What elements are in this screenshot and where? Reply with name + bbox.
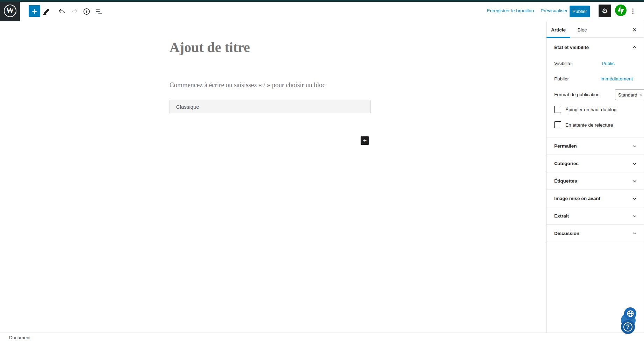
undo-icon	[58, 7, 66, 16]
jetpack-icon	[615, 5, 627, 16]
tab-article[interactable]: Article	[547, 22, 570, 38]
chevron-down-icon	[631, 195, 638, 202]
close-sidebar-button[interactable]: ✕	[629, 24, 640, 35]
chevron-down-icon	[631, 178, 638, 184]
tab-bloc[interactable]: Bloc	[570, 22, 594, 38]
chevron-down-icon	[631, 213, 638, 219]
post-title-placeholder[interactable]: Ajout de titre	[169, 39, 250, 56]
editor-canvas: Ajout de titre Commencez à écrire ou sai…	[0, 22, 546, 333]
panel-title: Permalien	[554, 143, 577, 149]
settings-gear-button[interactable]: ⚙	[599, 5, 611, 17]
pending-checkbox-row: En attente de relecture	[554, 121, 637, 128]
wordpress-logo-button[interactable]: W	[0, 0, 20, 21]
visibility-value-link[interactable]: Public	[602, 61, 615, 66]
wordpress-logo-icon: W	[4, 5, 16, 17]
classic-block[interactable]: Classique	[169, 100, 371, 113]
panel-status-visibility[interactable]: État et visibilité	[547, 38, 644, 57]
publish-date-row: Publier Immédiatement	[554, 76, 637, 81]
sidebar-tabs: Article Bloc ✕	[547, 22, 644, 38]
list-view-icon	[95, 7, 103, 16]
panel-title: Image mise en avant	[554, 196, 600, 201]
panel-discussion[interactable]: Discussion	[547, 225, 644, 242]
chevron-down-icon	[631, 143, 638, 149]
chevron-down-icon	[631, 230, 638, 236]
add-block-button[interactable]: +	[361, 136, 369, 145]
sticky-checkbox-row: Épingler en haut du blog	[554, 106, 637, 113]
visibility-row: Visibilité Public	[554, 61, 637, 66]
panel-title: Catégories	[554, 161, 579, 166]
panel-title: Extrait	[554, 213, 569, 219]
tools-pencil-button[interactable]	[41, 6, 52, 17]
preview-button[interactable]: Prévisualiser	[541, 0, 567, 21]
wordpress-editor: W +	[0, 0, 644, 342]
post-format-row: Format de publication Standard	[554, 92, 637, 97]
visibility-label: Visibilité	[554, 61, 589, 66]
pending-checkbox-label: En attente de relecture	[565, 122, 613, 128]
globe-icon	[626, 309, 635, 318]
panel-featured-image[interactable]: Image mise en avant	[547, 190, 644, 207]
classic-block-label: Classique	[176, 104, 199, 110]
publish-date-link[interactable]: Immédiatement	[600, 76, 633, 81]
options-kebab-button[interactable]: ⋮	[629, 5, 637, 17]
chevron-down-icon	[631, 161, 638, 167]
panel-title: Étiquettes	[554, 178, 577, 184]
panel-title: Discussion	[554, 231, 579, 236]
info-icon	[82, 7, 91, 16]
redo-button[interactable]	[68, 6, 80, 17]
panel-permalien[interactable]: Permalien	[547, 137, 644, 155]
chevron-up-icon	[631, 44, 638, 50]
publish-button[interactable]: Publier	[570, 6, 590, 17]
sticky-checkbox-label: Épingler en haut du blog	[565, 107, 616, 112]
globe-fab-button[interactable]	[624, 307, 636, 320]
panel-title: État et visibilité	[554, 45, 589, 50]
post-format-select[interactable]: Standard	[615, 90, 644, 100]
breadcrumb: Document	[9, 335, 31, 340]
sticky-checkbox[interactable]	[554, 106, 561, 113]
post-format-value: Standard	[618, 92, 637, 98]
redo-icon	[70, 7, 79, 16]
document-footer-bar: Document	[0, 333, 644, 342]
pending-review-checkbox[interactable]	[554, 121, 561, 128]
block-inserter-button[interactable]: +	[29, 5, 40, 17]
list-view-button[interactable]	[93, 6, 105, 17]
editor-toolbar: W +	[0, 0, 644, 21]
details-button[interactable]	[81, 6, 93, 17]
top-edge-strip	[0, 0, 644, 2]
settings-sidebar: Article Bloc ✕ État et visibilité Visibi…	[546, 22, 644, 333]
help-fab-button[interactable]: ?	[621, 320, 635, 334]
paragraph-placeholder[interactable]: Commencez à écrire ou saisissez « / » po…	[169, 81, 325, 89]
save-draft-button[interactable]: Enregistrer le brouillon	[487, 0, 534, 21]
chevron-down-icon	[639, 93, 643, 97]
jetpack-button[interactable]	[615, 5, 627, 16]
undo-button[interactable]	[56, 6, 68, 17]
publish-label: Publier	[554, 76, 589, 81]
panel-extrait[interactable]: Extrait	[547, 207, 644, 225]
pencil-icon	[42, 7, 51, 16]
panel-etiquettes[interactable]: Étiquettes	[547, 172, 644, 190]
post-format-label: Format de publication	[554, 92, 600, 97]
panel-categories[interactable]: Catégories	[547, 155, 644, 172]
question-mark-icon: ?	[623, 322, 632, 332]
